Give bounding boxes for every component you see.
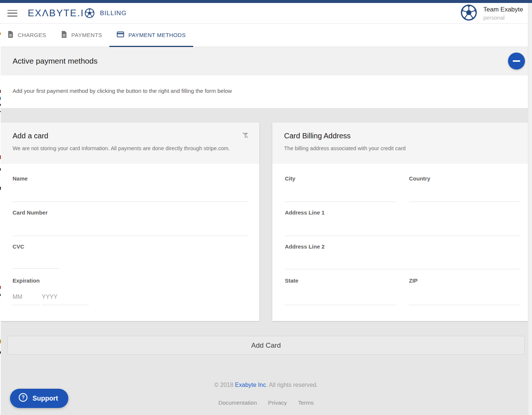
- cvc-label: CVC: [13, 243, 24, 250]
- section-description: Add your first payment method by clickin…: [13, 88, 232, 94]
- svg-text:?: ?: [21, 394, 25, 400]
- billing-address-subtitle: The billing address associated with your…: [284, 145, 406, 151]
- zip-underline: [409, 305, 519, 305]
- background-page-edge-artifact: [0, 24, 1, 415]
- state-label: State: [285, 277, 299, 284]
- clear-form-icon-button[interactable]: [241, 131, 250, 140]
- tab-charges-label: CHARGES: [18, 32, 46, 38]
- billing-tabs: CHARGES PAYMENTS PAYMENT METHODS: [0, 24, 532, 47]
- collapse-add-form-button[interactable]: [508, 53, 525, 70]
- section-title: Active payment methods: [13, 57, 98, 65]
- name-label: Name: [13, 175, 28, 182]
- card-number-label: Card Number: [13, 209, 48, 216]
- menu-icon[interactable]: [7, 10, 17, 17]
- expiration-year-input[interactable]: [42, 290, 89, 304]
- section-description-strip: Add your first payment method by clickin…: [0, 75, 532, 108]
- team-type: personal: [483, 14, 523, 21]
- cvc-input[interactable]: [13, 253, 59, 268]
- address-line-2-underline: [285, 269, 519, 269]
- logo-text: EXΛBYTE.I: [28, 7, 84, 19]
- billing-address-panel-header: Card Billing Address The billing address…: [272, 122, 528, 164]
- add-card-title: Add a card: [13, 132, 48, 140]
- team-switcher[interactable]: Team Exabyte personal: [460, 4, 523, 23]
- tab-payment-methods[interactable]: PAYMENT METHODS: [109, 24, 193, 47]
- billing-address-panel: Card Billing Address The billing address…: [272, 122, 528, 321]
- country-underline: [409, 202, 519, 202]
- country-input[interactable]: [409, 187, 519, 202]
- copyright-prefix: © 2018: [214, 382, 235, 388]
- city-label: City: [285, 175, 295, 182]
- team-avatar: [460, 4, 477, 23]
- top-accent-bar: [0, 0, 532, 3]
- add-card-subtitle: We are not storing your card information…: [13, 145, 230, 151]
- tab-payments[interactable]: PAYMENTS: [54, 24, 110, 47]
- address-line-2-label: Address Line 2: [285, 243, 325, 250]
- add-card-panel: Add a card We are not storing your card …: [1, 122, 259, 321]
- card-number-underline: [13, 236, 248, 236]
- billing-page: EXΛBYTE.I: [0, 0, 532, 415]
- address-line-1-label: Address Line 1: [285, 209, 325, 216]
- privacy-link[interactable]: Privacy: [268, 399, 287, 406]
- terms-link[interactable]: Terms: [298, 399, 314, 406]
- exabyte-inc-link[interactable]: Exabyte Inc: [235, 382, 266, 388]
- copyright-suffix: . All rights reserved.: [266, 382, 318, 388]
- document-icon: [7, 31, 14, 39]
- tab-payment-methods-label: PAYMENT METHODS: [128, 32, 185, 38]
- expiration-year-underline: [42, 305, 89, 305]
- expiration-label: Expiration: [13, 277, 40, 284]
- minus-icon: [513, 60, 520, 62]
- tab-charges[interactable]: CHARGES: [0, 24, 54, 47]
- content-area: Add a card We are not storing your card …: [0, 108, 532, 415]
- zip-label: ZIP: [409, 277, 417, 284]
- filter-off-icon: [241, 135, 249, 141]
- zip-input[interactable]: [409, 290, 519, 304]
- address-line-2-input[interactable]: [285, 254, 519, 269]
- name-input[interactable]: [13, 187, 248, 202]
- add-card-panel-header: Add a card We are not storing your card …: [1, 122, 259, 164]
- credit-card-icon: [117, 31, 124, 39]
- address-line-1-input[interactable]: [285, 221, 519, 236]
- scrollbar-track[interactable]: [528, 3, 532, 415]
- soccer-ball-icon: [85, 8, 95, 18]
- active-payment-methods-section: Active payment methods: [0, 47, 532, 75]
- country-label: Country: [409, 175, 430, 182]
- state-input[interactable]: [285, 290, 396, 304]
- help-icon: ?: [18, 392, 28, 404]
- team-name: Team Exabyte: [483, 6, 523, 13]
- add-card-button[interactable]: Add Card: [7, 336, 525, 355]
- city-input[interactable]: [285, 187, 396, 202]
- address-line-1-underline: [285, 236, 519, 236]
- expiration-month-input[interactable]: [13, 290, 40, 304]
- expiration-month-underline: [13, 305, 40, 305]
- support-button-label: Support: [33, 395, 58, 402]
- copyright-line: © 2018 Exabyte Inc. All rights reserved.: [0, 382, 532, 388]
- tab-payments-label: PAYMENTS: [71, 32, 102, 38]
- state-underline: [285, 305, 396, 305]
- support-button[interactable]: ? Support: [10, 389, 68, 408]
- cvc-underline: [13, 268, 59, 269]
- document-icon: [61, 31, 67, 39]
- documentation-link[interactable]: Documentation: [218, 399, 257, 406]
- city-underline: [285, 202, 396, 202]
- footer-links: Documentation Privacy Terms: [0, 399, 532, 406]
- card-number-input[interactable]: [13, 221, 248, 236]
- exabyte-logo[interactable]: EXΛBYTE.I: [28, 7, 95, 19]
- page-title: BILLING: [100, 10, 126, 17]
- name-underline: [13, 202, 248, 202]
- app-header: EXΛBYTE.I: [0, 3, 532, 24]
- billing-address-title: Card Billing Address: [284, 132, 351, 140]
